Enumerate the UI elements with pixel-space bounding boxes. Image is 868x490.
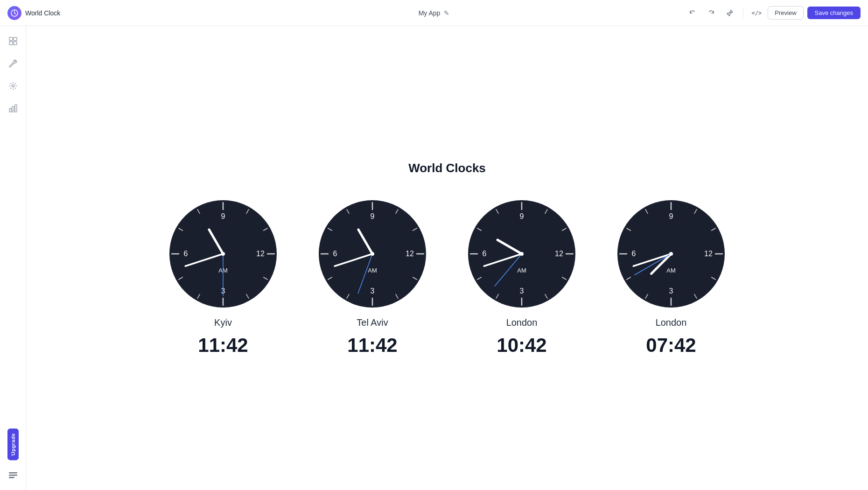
project-name: My App — [419, 9, 441, 17]
svg-text:9: 9 — [669, 212, 673, 220]
app-title: World Clock — [25, 9, 60, 17]
clock-time-2: 10:42 — [497, 336, 546, 355]
svg-text:AM: AM — [666, 267, 676, 274]
pin-button[interactable] — [722, 6, 737, 21]
code-button[interactable]: </> — [749, 6, 764, 21]
svg-text:9: 9 — [371, 212, 375, 220]
clock-item-2: 12369 AM London 10:42 — [466, 198, 578, 355]
clock-city-0: Kyiv — [214, 317, 232, 328]
svg-rect-9 — [9, 472, 17, 474]
svg-text:3: 3 — [669, 287, 673, 295]
topbar-center: My App ✎ — [419, 9, 450, 17]
svg-text:AM: AM — [517, 267, 526, 274]
topbar: World Clock My App ✎ </> Preview Save ch… — [0, 0, 868, 26]
clock-item-3: 12369 AM London 07:42 — [615, 198, 727, 355]
preview-button[interactable]: Preview — [768, 6, 803, 20]
sidebar-menu-icon[interactable] — [4, 466, 22, 484]
svg-rect-3 — [9, 42, 13, 45]
clock-face-1: 12369 AM — [316, 198, 428, 310]
svg-rect-8 — [15, 105, 17, 112]
sidebar-item-grid[interactable] — [4, 32, 22, 50]
svg-point-99 — [669, 252, 673, 256]
svg-rect-10 — [9, 475, 17, 476]
layout: Upgrade World Clocks 12369 — [0, 26, 868, 490]
topbar-actions: </> Preview Save changes — [685, 6, 861, 21]
clock-city-3: London — [656, 317, 687, 328]
clock-city-1: Tel Aviv — [357, 317, 388, 328]
clock-item-0: 12369 AM Kyiv 11:42 — [167, 198, 279, 355]
page-title: World Clocks — [408, 161, 486, 175]
main-content: World Clocks 12369 AM — [26, 26, 868, 490]
svg-text:3: 3 — [520, 287, 524, 295]
svg-text:6: 6 — [333, 250, 337, 258]
app-logo[interactable]: World Clock — [7, 6, 60, 20]
divider — [743, 7, 743, 19]
svg-text:AM: AM — [368, 267, 377, 274]
svg-text:9: 9 — [221, 212, 225, 220]
clock-time-1: 11:42 — [347, 336, 397, 355]
svg-point-33 — [221, 252, 225, 256]
svg-text:12: 12 — [406, 250, 414, 258]
svg-text:6: 6 — [184, 250, 188, 258]
svg-point-5 — [12, 85, 14, 87]
sidebar: Upgrade — [0, 26, 26, 490]
svg-rect-11 — [9, 477, 14, 478]
clock-face-2: 12369 AM — [466, 198, 578, 310]
sidebar-item-settings[interactable] — [4, 77, 22, 95]
clock-face-0: 12369 AM — [167, 198, 279, 310]
svg-rect-2 — [14, 37, 17, 41]
svg-text:3: 3 — [371, 287, 375, 295]
clock-city-2: London — [506, 317, 538, 328]
svg-text:12: 12 — [704, 250, 713, 258]
svg-text:6: 6 — [632, 250, 636, 258]
svg-rect-4 — [14, 42, 17, 45]
svg-text:6: 6 — [483, 250, 487, 258]
svg-rect-6 — [9, 108, 11, 112]
svg-rect-1 — [9, 37, 13, 41]
undo-button[interactable] — [685, 6, 700, 21]
svg-rect-7 — [12, 106, 14, 112]
edit-icon[interactable]: ✎ — [444, 9, 449, 17]
sidebar-bottom: Upgrade — [4, 428, 22, 484]
clock-face-3: 12369 AM — [615, 198, 727, 310]
save-button[interactable]: Save changes — [807, 7, 861, 19]
clock-time-3: 07:42 — [646, 336, 696, 355]
clocks-row: 12369 AM Kyiv 11:42 — [167, 198, 727, 355]
logo-icon — [7, 6, 21, 20]
svg-point-55 — [371, 252, 374, 256]
clock-item-1: 12369 AM Tel Aviv 11:42 — [316, 198, 428, 355]
sidebar-item-tools[interactable] — [4, 54, 22, 73]
clock-time-0: 11:42 — [198, 336, 248, 355]
svg-text:12: 12 — [256, 250, 265, 258]
svg-text:9: 9 — [520, 212, 524, 220]
svg-point-77 — [520, 252, 524, 256]
upgrade-button[interactable]: Upgrade — [7, 428, 19, 460]
redo-button[interactable] — [704, 6, 719, 21]
sidebar-item-analytics[interactable] — [4, 99, 22, 118]
svg-text:12: 12 — [555, 250, 563, 258]
